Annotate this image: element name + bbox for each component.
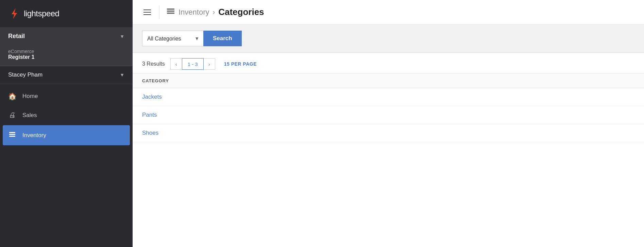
page-range: 1 - 3 bbox=[182, 58, 204, 70]
sidebar-item-home-label: Home bbox=[22, 93, 38, 100]
user-selector[interactable]: Stacey Pham ▼ bbox=[0, 66, 133, 84]
logo-icon bbox=[8, 7, 20, 20]
results-count: 3 Results bbox=[142, 61, 165, 67]
table-row: Pants bbox=[133, 106, 644, 124]
svg-rect-1 bbox=[9, 132, 15, 133]
category-link-jackets[interactable]: Jackets bbox=[142, 94, 162, 100]
sidebar: lightspeed Retail ▼ eCommerce Register 1… bbox=[0, 0, 133, 247]
breadcrumb-inventory: Inventory bbox=[179, 8, 209, 17]
register-name: Register 1 bbox=[8, 54, 124, 60]
sidebar-nav: 🏠 Home 🖨 Sales Inventory bbox=[0, 84, 133, 247]
page-header: Inventory › Categories bbox=[133, 0, 644, 24]
user-name: Stacey Pham bbox=[8, 71, 43, 78]
register-info: eCommerce Register 1 bbox=[0, 45, 133, 66]
user-dropdown-arrow: ▼ bbox=[120, 72, 124, 78]
prev-page-button[interactable]: ‹ bbox=[170, 58, 182, 70]
retail-label: Retail bbox=[8, 33, 25, 40]
home-icon: 🏠 bbox=[8, 92, 16, 100]
sidebar-item-inventory[interactable]: Inventory bbox=[3, 125, 130, 145]
svg-rect-4 bbox=[167, 9, 174, 10]
hamburger-line-1 bbox=[143, 10, 151, 10]
category-link-shoes[interactable]: Shoes bbox=[142, 130, 158, 136]
sidebar-item-home[interactable]: 🏠 Home bbox=[0, 87, 133, 106]
sidebar-item-sales[interactable]: 🖨 Sales bbox=[0, 106, 133, 125]
inventory-breadcrumb-icon bbox=[166, 7, 175, 18]
table-row: Jackets bbox=[133, 88, 644, 106]
sidebar-item-inventory-label: Inventory bbox=[22, 132, 46, 139]
retail-selector[interactable]: Retail ▼ bbox=[0, 27, 133, 45]
svg-rect-2 bbox=[9, 134, 15, 135]
search-area: All Categories ▼ Search bbox=[133, 24, 644, 53]
categories-table: CATEGORY Jackets Pants Shoes bbox=[133, 73, 644, 247]
category-link-pants[interactable]: Pants bbox=[142, 112, 157, 118]
svg-marker-0 bbox=[12, 8, 17, 19]
svg-rect-5 bbox=[167, 11, 174, 12]
breadcrumb-separator: › bbox=[213, 8, 215, 16]
inventory-icon bbox=[8, 131, 16, 140]
category-select[interactable]: All Categories bbox=[142, 31, 203, 46]
hamburger-button[interactable] bbox=[142, 8, 152, 16]
table-row: Shoes bbox=[133, 124, 644, 142]
category-select-wrapper: All Categories ▼ bbox=[142, 31, 203, 46]
logo-text: lightspeed bbox=[24, 9, 59, 18]
sidebar-logo: lightspeed bbox=[0, 0, 133, 27]
retail-dropdown-arrow: ▼ bbox=[120, 34, 124, 39]
ecommerce-label: eCommerce bbox=[8, 49, 124, 54]
hamburger-line-3 bbox=[143, 14, 151, 15]
sidebar-item-sales-label: Sales bbox=[22, 112, 37, 119]
header-divider bbox=[159, 5, 159, 19]
results-area: 3 Results ‹ 1 - 3 › 15 PER PAGE bbox=[133, 53, 644, 73]
per-page-selector[interactable]: 15 PER PAGE bbox=[224, 61, 257, 67]
pagination: ‹ 1 - 3 › bbox=[170, 58, 215, 70]
hamburger-line-2 bbox=[143, 12, 151, 13]
page-title: Categories bbox=[218, 7, 264, 17]
next-page-button[interactable]: › bbox=[204, 58, 215, 70]
table-header: CATEGORY bbox=[133, 73, 644, 88]
svg-rect-3 bbox=[9, 136, 15, 137]
breadcrumb: Inventory › Categories bbox=[166, 7, 264, 18]
main-content: Inventory › Categories All Categories ▼ … bbox=[133, 0, 644, 247]
svg-rect-6 bbox=[167, 13, 174, 14]
category-column-header: CATEGORY bbox=[142, 78, 169, 83]
sales-icon: 🖨 bbox=[8, 111, 16, 119]
search-button[interactable]: Search bbox=[203, 31, 242, 46]
